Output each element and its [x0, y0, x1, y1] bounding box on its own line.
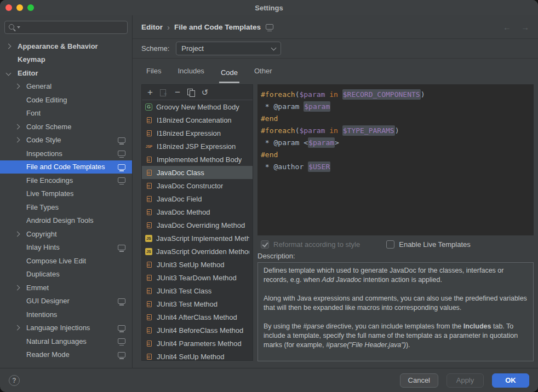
js-file-icon: [145, 248, 152, 255]
template-item-i18nized-jsp-expression[interactable]: I18nized JSP Expression: [142, 140, 253, 153]
template-item-label: JUnit4 Parameters Method: [157, 339, 242, 348]
template-item-groovy-new-method-body[interactable]: Groovy New Method Body: [142, 100, 253, 113]
code-token: #end: [261, 114, 278, 123]
sidebar-item-label: Font: [26, 109, 41, 117]
chevron-right-icon[interactable]: [15, 231, 20, 237]
description-paragraph: Defines template which used to generate …: [264, 266, 528, 285]
sidebar-item-editor[interactable]: Editor: [0, 66, 132, 80]
tab-includes[interactable]: Includes: [176, 67, 205, 82]
groovy-file-icon: [145, 103, 152, 111]
close-button[interactable]: [5, 4, 12, 11]
template-item-javascript-overridden-method[interactable]: JavaScript Overridden Method: [142, 245, 253, 258]
sidebar-item-label: Duplicates: [26, 270, 60, 278]
remove-icon[interactable]: [171, 87, 184, 98]
sidebar-item-natural-languages[interactable]: Natural Languages: [0, 335, 132, 348]
add-icon[interactable]: [144, 87, 156, 98]
add-child-icon[interactable]: [158, 87, 170, 98]
chevron-right-icon[interactable]: [15, 137, 20, 143]
template-item-javadoc-field[interactable]: JavaDoc Field: [142, 192, 253, 205]
sidebar-item-duplicates[interactable]: Duplicates: [0, 268, 132, 281]
chevron-right-icon[interactable]: [15, 325, 20, 331]
reset-icon[interactable]: [199, 87, 211, 98]
cancel-button[interactable]: Cancel: [400, 373, 438, 388]
search-input[interactable]: [4, 21, 128, 34]
template-item-javadoc-class[interactable]: JavaDoc Class: [142, 166, 253, 179]
sidebar-item-emmet[interactable]: Emmet: [0, 281, 132, 295]
tmpl-file-icon: [145, 261, 153, 268]
template-item-javadoc-method[interactable]: JavaDoc Method: [142, 205, 253, 218]
sidebar-item-appearance-behavior[interactable]: Appearance & Behavior: [0, 39, 132, 53]
template-item-junit3-teardown-method[interactable]: JUnit3 TearDown Method: [142, 271, 253, 284]
sidebar-item-compose-live-edit[interactable]: Compose Live Edit: [0, 254, 132, 268]
template-item-junit3-test-class[interactable]: JUnit3 Test Class: [142, 284, 253, 297]
scheme-value: Project: [181, 44, 203, 53]
template-item-javadoc-overriding-method[interactable]: JavaDoc Overriding Method: [142, 218, 253, 232]
text-segment: intention action is applied.: [362, 276, 442, 284]
reformat-checkbox[interactable]: Reformat according to style: [261, 240, 360, 249]
tab-other[interactable]: Other: [253, 67, 274, 82]
chevron-right-icon[interactable]: [6, 43, 12, 49]
ok-button[interactable]: OK: [492, 373, 529, 388]
breadcrumb-file-and-code-templates[interactable]: File and Code Templates: [174, 23, 261, 31]
sidebar-item-file-and-code-templates[interactable]: File and Code Templates: [0, 160, 132, 174]
sidebar-item-code-style[interactable]: Code Style: [0, 134, 132, 147]
template-item-junit4-beforeclass-method[interactable]: JUnit4 BeforeClass Method: [142, 324, 253, 337]
tab-files[interactable]: Files: [145, 67, 163, 82]
forward-arrow-icon[interactable]: →: [521, 22, 529, 32]
sidebar-item-general[interactable]: General: [0, 80, 132, 94]
sidebar-item-gui-designer[interactable]: GUI Designer: [0, 295, 132, 308]
tmpl-file-icon: [145, 129, 153, 137]
chevron-down-icon[interactable]: [6, 70, 12, 76]
sidebar-item-font[interactable]: Font: [0, 107, 132, 120]
settings-sidebar: Appearance & BehaviorKeymapEditorGeneral…: [0, 15, 133, 368]
template-item-junit3-setup-method[interactable]: JUnit3 SetUp Method: [142, 258, 253, 271]
sidebar-item-live-templates[interactable]: Live Templates: [0, 187, 132, 201]
sidebar-item-color-scheme[interactable]: Color Scheme: [0, 120, 132, 134]
sidebar-item-language-injections[interactable]: Language Injections: [0, 321, 132, 335]
sidebar-item-android-design-tools[interactable]: Android Design Tools: [0, 214, 132, 228]
template-item-junit3-test-method[interactable]: JUnit3 Test Method: [142, 297, 253, 310]
sidebar-item-inspections[interactable]: Inspections: [0, 147, 132, 160]
template-item-i18nized-concatenation[interactable]: I18nized Concatenation: [142, 113, 253, 126]
apply-button[interactable]: Apply: [447, 373, 484, 388]
chevron-right-icon[interactable]: [15, 84, 20, 89]
sidebar-item-reader-mode[interactable]: Reader Mode: [0, 348, 132, 362]
tab-code[interactable]: Code: [219, 68, 239, 83]
template-item-implemented-method-body[interactable]: Implemented Method Body: [142, 153, 253, 166]
enable-live-templates-checkbox[interactable]: Enable Live Templates: [386, 240, 471, 249]
screen-badge-icon: [118, 137, 125, 143]
template-item-junit4-afterclass-method[interactable]: JUnit4 AfterClass Method: [142, 310, 253, 324]
template-item-i18nized-expression[interactable]: I18nized Expression: [142, 126, 253, 140]
templates-content: Groovy New Method BodyI18nized Concatena…: [133, 83, 538, 368]
code-token: $param: [299, 126, 325, 135]
search-history-chevron-icon[interactable]: [17, 26, 20, 28]
template-editor[interactable]: #foreach($param in $RECORD_COMPONENTS) *…: [257, 84, 534, 235]
sidebar-item-copyright[interactable]: Copyright: [0, 227, 132, 241]
sidebar-item-file-types[interactable]: File Types: [0, 200, 132, 214]
back-arrow-icon[interactable]: ←: [503, 22, 511, 32]
template-item-junit4-parameters-method[interactable]: JUnit4 Parameters Method: [142, 337, 253, 350]
scheme-select[interactable]: Project: [176, 42, 281, 55]
template-item-label: Groovy New Method Body: [156, 103, 239, 111]
sidebar-item-code-editing[interactable]: Code Editing: [0, 93, 132, 107]
minimize-button[interactable]: [16, 4, 23, 11]
duplicate-icon[interactable]: [185, 87, 197, 98]
zoom-button[interactable]: [27, 4, 34, 11]
code-line: #foreach($param in $TYPE_PARAMS): [261, 125, 534, 137]
js-file-icon: [145, 235, 152, 242]
sidebar-item-keymap[interactable]: Keymap: [0, 53, 132, 67]
window-title: Settings: [255, 4, 283, 12]
description-box[interactable]: Defines template which used to generate …: [257, 262, 534, 361]
sidebar-item-label: Android Design Tools: [26, 216, 94, 224]
template-item-javascript-implemented-method[interactable]: JavaScript Implemented Method: [142, 232, 253, 245]
breadcrumb-editor[interactable]: Editor: [141, 23, 163, 31]
template-item-javadoc-constructor[interactable]: JavaDoc Constructor: [142, 179, 253, 192]
sidebar-item-inlay-hints[interactable]: Inlay Hints: [0, 241, 132, 255]
sidebar-item-label: Natural Languages: [26, 337, 87, 345]
template-item-junit4-setup-method[interactable]: JUnit4 SetUp Method: [142, 350, 253, 360]
chevron-right-icon[interactable]: [15, 285, 20, 290]
chevron-right-icon[interactable]: [15, 124, 20, 129]
sidebar-item-intentions[interactable]: Intentions: [0, 308, 132, 321]
help-button[interactable]: ?: [9, 375, 20, 386]
sidebar-item-file-encodings[interactable]: File Encodings: [0, 174, 132, 187]
